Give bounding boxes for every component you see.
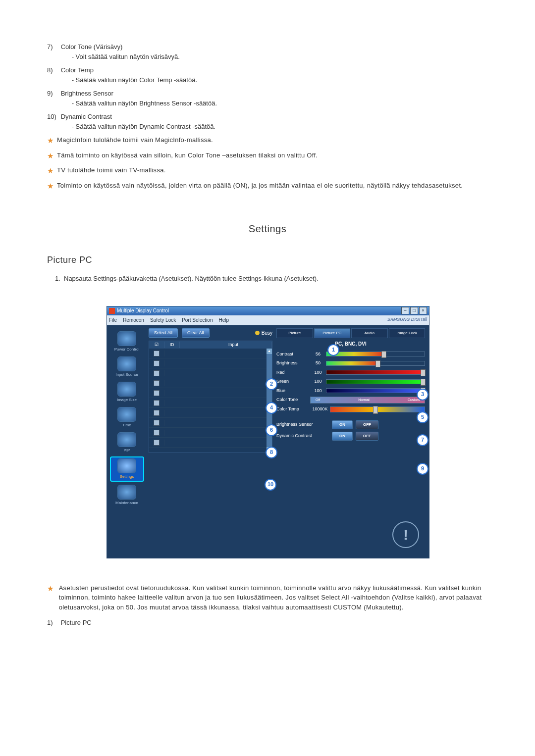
clear-all-button[interactable]: Clear All (182, 328, 210, 338)
colortone-slider[interactable]: Off Normal Custom (310, 397, 425, 403)
sidebar-image-size[interactable]: Image Size (111, 381, 143, 404)
sidebar-input-source[interactable]: Input Source (111, 355, 143, 379)
input-icon (117, 356, 136, 371)
list-body: Dynamic Contrast - Säätää valitun näytön… (61, 112, 487, 131)
callout-5: 5 (417, 411, 428, 423)
checkbox[interactable] (154, 370, 160, 376)
green-value: 100 (310, 378, 326, 385)
tab-picture-pc[interactable]: Picture PC (314, 328, 351, 338)
callout-7: 7 (417, 434, 428, 446)
grid-row[interactable] (149, 349, 272, 358)
brightness-row: Brightness 50 (276, 360, 425, 367)
menu-remocon[interactable]: Remocon (123, 316, 144, 324)
close-button[interactable]: × (419, 307, 427, 314)
colortemp-slider[interactable] (330, 406, 425, 412)
list-body: Color Temp - Säätää valitun näytön Color… (61, 65, 487, 85)
callout-8: 8 (266, 447, 277, 458)
step-number: 1. (55, 274, 64, 284)
panel-title: PC, BNC, DVI (276, 340, 425, 348)
menu-help[interactable]: Help (218, 316, 229, 324)
settings-tabs: Picture Picture PC Audio Image Lock (276, 328, 425, 338)
red-slider[interactable] (326, 370, 425, 375)
brightness-sensor-toggle: ON OFF (332, 420, 378, 429)
checkbox[interactable] (154, 410, 160, 416)
checkbox[interactable] (154, 420, 160, 426)
select-all-button[interactable]: Select All (149, 328, 178, 338)
checkbox[interactable] (154, 400, 160, 406)
menubar: File Remocon Safety Lock Port Selection … (107, 315, 429, 325)
grid-row[interactable] (149, 358, 272, 368)
grid-header-check[interactable]: ☑ (149, 342, 164, 349)
checkbox[interactable] (154, 440, 160, 446)
step-text: Napsauta Settings-pääkuvaketta (Asetukse… (64, 274, 319, 284)
list-sub: - Säätää valitun näytön Dynamic Contrast… (72, 123, 215, 130)
sidebar-time[interactable]: Time (111, 406, 143, 429)
checkbox[interactable] (154, 351, 160, 356)
star-icon: ★ (47, 135, 57, 147)
app-icon (109, 308, 115, 314)
maximize-button[interactable]: □ (410, 307, 418, 314)
heading-settings: Settings (47, 221, 488, 236)
tab-picture[interactable]: Picture (276, 328, 313, 338)
pip-icon (117, 432, 136, 447)
list-item-picture-pc: 1) Picture PC (47, 618, 488, 628)
menu-port-selection[interactable]: Port Selection (182, 316, 213, 324)
grid-header: ☑ ID Input (149, 341, 272, 349)
star-icon: ★ (47, 583, 57, 595)
info-icon: ! (392, 521, 419, 548)
dynamic-contrast-off[interactable]: OFF (356, 432, 378, 441)
checkbox[interactable] (154, 380, 160, 386)
sidebar-power-control[interactable]: Power Control (111, 330, 143, 353)
settings-icon (117, 458, 136, 473)
grid-row[interactable] (149, 388, 272, 398)
colortemp-row: Color Temp 10000K (276, 406, 425, 413)
tab-image-lock[interactable]: Image Lock (389, 328, 426, 338)
contrast-value: 56 (310, 351, 326, 358)
sidebar-pip[interactable]: PIP (111, 431, 143, 454)
dynamic-contrast-on[interactable]: ON (332, 432, 353, 441)
list-number: 8) (47, 65, 59, 75)
blue-value: 100 (310, 388, 326, 395)
grid-row[interactable] (149, 418, 272, 428)
contrast-slider[interactable] (326, 352, 425, 356)
checkbox[interactable] (154, 430, 160, 436)
sidebar-maintenance[interactable]: Maintenance (111, 484, 143, 507)
app-body: Power Control Input Source Image Size Ti… (107, 325, 429, 558)
grid-row[interactable] (149, 368, 272, 378)
checkbox[interactable] (154, 360, 160, 366)
list-sub: - Säätää valitun näytön Brightness Senso… (72, 100, 217, 107)
grid-row[interactable] (149, 428, 272, 438)
grid-row[interactable] (149, 378, 272, 388)
brightness-sensor-row: Brightness Sensor ON OFF (276, 420, 425, 429)
minimize-button[interactable]: – (401, 307, 409, 314)
busy-indicator: Busy (255, 329, 272, 337)
checkbox[interactable] (154, 390, 160, 396)
sidebar-settings[interactable]: Settings (110, 456, 144, 482)
list-number: 9) (47, 89, 59, 99)
window-title: Multiple Display Control (117, 307, 400, 314)
list-sub: - Säätää valitun näytön Color Temp -säät… (72, 76, 197, 84)
grid-header-input: Input (195, 342, 272, 349)
green-slider[interactable] (326, 379, 425, 384)
blue-slider[interactable] (326, 388, 425, 393)
tab-audio[interactable]: Audio (351, 328, 388, 338)
blue-label: Blue (276, 388, 310, 395)
grid-row[interactable] (149, 398, 272, 408)
busy-dot-icon (255, 331, 260, 335)
note-2: ★Tämä toiminto on käytössä vain silloin,… (47, 151, 488, 162)
scroll-up-icon[interactable]: ▲ (267, 349, 272, 354)
callout-10: 10 (265, 479, 276, 491)
menu-safety-lock[interactable]: Safety Lock (150, 316, 176, 324)
red-row: Red 100 (276, 369, 425, 376)
menu-file[interactable]: File (109, 316, 117, 324)
app-window: Multiple Display Control – □ × File Remo… (107, 306, 429, 558)
brightness-sensor-off[interactable]: OFF (356, 420, 378, 429)
brightness-sensor-on[interactable]: ON (332, 420, 353, 429)
brightness-slider[interactable] (326, 361, 425, 366)
grid-row[interactable] (149, 438, 272, 448)
grid-scrollbar[interactable]: ▲▼ (267, 349, 272, 453)
colortone-label: Color Tone (276, 397, 310, 403)
bottom-note: ★ Asetusten perustiedot ovat tietoruuduk… (47, 583, 488, 612)
list-title: Brightness Sensor (61, 90, 113, 97)
grid-row[interactable] (149, 408, 272, 418)
